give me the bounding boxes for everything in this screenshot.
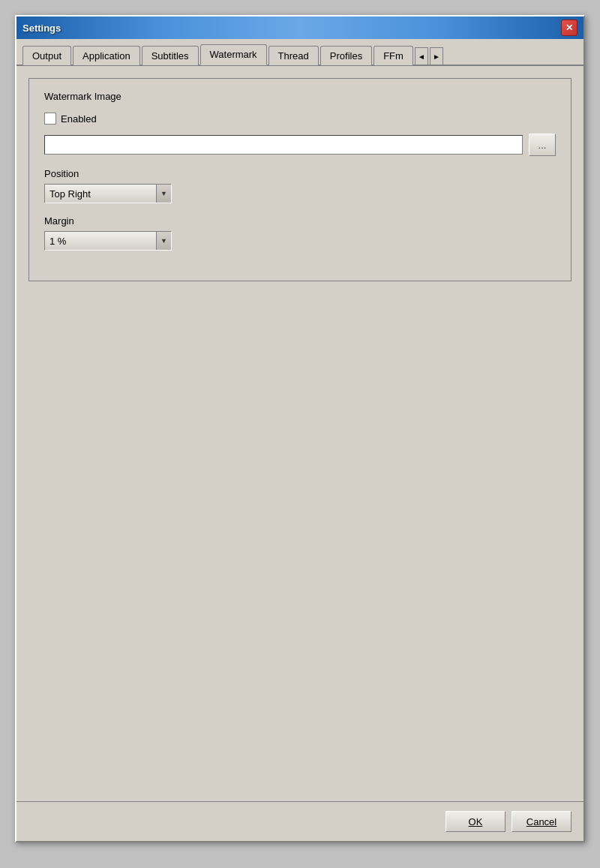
position-label: Position (44, 168, 556, 179)
tab-watermark[interactable]: Watermark (200, 44, 267, 65)
tab-scroll-right[interactable]: ► (430, 47, 443, 65)
position-dropdown-arrow: ▼ (156, 185, 171, 203)
enabled-row: Enabled (44, 113, 556, 125)
enabled-label: Enabled (61, 113, 97, 125)
browse-label: ... (538, 140, 547, 151)
margin-dropdown[interactable]: 1 % ▼ (44, 231, 172, 251)
margin-value: 1 % (45, 236, 156, 247)
tab-bar: Output Application Subtitles Watermark T… (16, 39, 584, 66)
settings-window: Settings ✕ Output Application Subtitles … (15, 15, 585, 842)
file-input-row: ... (44, 134, 556, 156)
tab-subtitles[interactable]: Subtitles (142, 46, 199, 65)
tab-output[interactable]: Output (22, 46, 71, 65)
margin-dropdown-arrow: ▼ (156, 232, 171, 250)
margin-label: Margin (44, 215, 556, 227)
browse-button[interactable]: ... (529, 134, 556, 156)
content-area: Watermark Image Enabled ... Position Top… (16, 66, 584, 801)
ok-button[interactable]: OK (446, 811, 506, 832)
close-button[interactable]: ✕ (561, 20, 578, 36)
position-dropdown[interactable]: Top Right ▼ (44, 184, 172, 203)
enabled-checkbox[interactable] (44, 113, 56, 125)
tab-scroll-left[interactable]: ◄ (415, 47, 428, 65)
cancel-button[interactable]: Cancel (512, 811, 572, 832)
tab-profiles[interactable]: Profiles (320, 46, 372, 65)
ok-label: OK (469, 816, 483, 827)
watermark-file-input[interactable] (44, 135, 523, 155)
watermark-panel: Watermark Image Enabled ... Position Top… (28, 78, 572, 281)
tab-ffm[interactable]: FFm (374, 46, 413, 65)
footer: OK Cancel (16, 801, 584, 841)
window-title: Settings (22, 23, 61, 34)
position-value: Top Right (45, 188, 156, 200)
tab-application[interactable]: Application (73, 46, 140, 65)
tab-thread[interactable]: Thread (268, 46, 319, 65)
cancel-label: Cancel (526, 816, 556, 827)
title-bar: Settings ✕ (16, 17, 584, 39)
watermark-section-title: Watermark Image (44, 91, 556, 102)
